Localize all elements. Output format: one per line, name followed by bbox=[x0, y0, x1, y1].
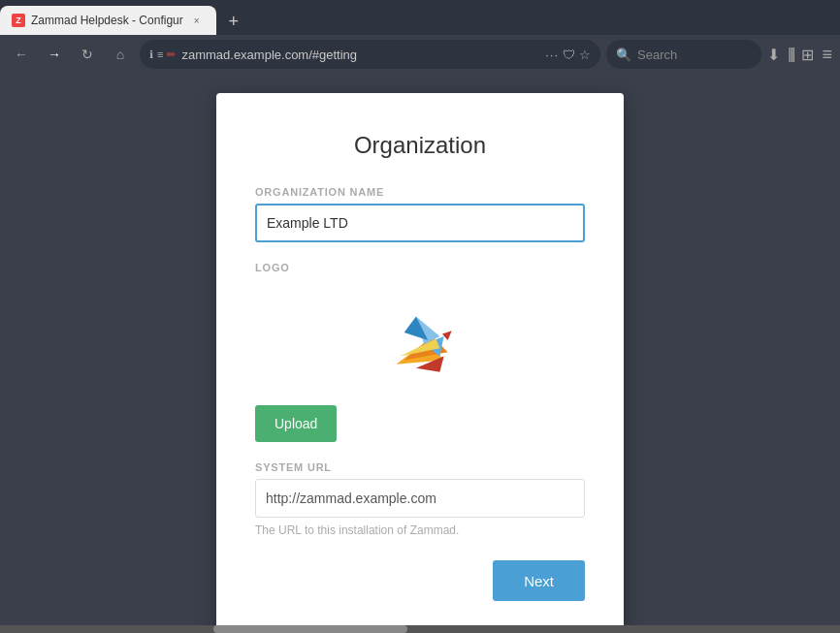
tab-favicon: Z bbox=[12, 14, 25, 27]
modal-title: Organization bbox=[255, 132, 585, 159]
org-name-label: ORGANIZATION NAME bbox=[255, 186, 585, 198]
edit-icon: ✏ bbox=[167, 48, 176, 61]
search-placeholder: Search bbox=[637, 47, 677, 62]
next-button[interactable]: Next bbox=[493, 560, 585, 601]
home-button[interactable]: ⌂ bbox=[107, 41, 134, 68]
download-icon[interactable]: ⬇ bbox=[767, 46, 780, 64]
logo-preview bbox=[255, 283, 585, 390]
browser-toolbar-icons: ⬇ ||| ⊞ ≡ bbox=[767, 45, 832, 65]
zammad-logo-image bbox=[372, 293, 468, 380]
org-name-field-group: ORGANIZATION NAME bbox=[255, 186, 585, 242]
page-content: Organization ORGANIZATION NAME LOGO bbox=[0, 74, 840, 633]
modal-footer: Next bbox=[255, 560, 585, 601]
reader-icon: ≡ bbox=[157, 48, 163, 60]
info-icon: ℹ bbox=[149, 48, 153, 61]
logo-section: LOGO bbox=[255, 262, 585, 442]
layout-icon[interactable]: ⊞ bbox=[801, 46, 814, 64]
browser-tab[interactable]: Z Zammad Helpdesk - Configur × bbox=[0, 6, 216, 35]
system-url-helper: The URL to this installation of Zammad. bbox=[255, 523, 585, 537]
menu-icon[interactable]: ≡ bbox=[822, 45, 832, 65]
tab-bar: Z Zammad Helpdesk - Configur × + bbox=[0, 0, 840, 35]
back-button[interactable]: ← bbox=[8, 41, 35, 68]
svg-marker-6 bbox=[442, 331, 452, 340]
system-url-label: SYSTEM URL bbox=[255, 461, 585, 473]
new-tab-button[interactable]: + bbox=[220, 8, 247, 35]
tab-close-button[interactable]: × bbox=[189, 13, 205, 28]
forward-button[interactable]: → bbox=[41, 41, 68, 68]
browser-chrome: Z Zammad Helpdesk - Configur × + ← → ↻ ⌂… bbox=[0, 0, 840, 74]
browser-toolbar: ← → ↻ ⌂ ℹ ≡ ✏ zammad.example.com/#gettin… bbox=[0, 35, 840, 74]
tab-title: Zammad Helpdesk - Configur bbox=[31, 14, 183, 27]
search-icon: 🔍 bbox=[616, 47, 631, 62]
search-bar[interactable]: 🔍 Search bbox=[606, 40, 761, 69]
address-bar-security-icons: ℹ ≡ ✏ bbox=[149, 48, 176, 61]
horizontal-scrollbar[interactable] bbox=[0, 625, 840, 633]
logo-label: LOGO bbox=[255, 262, 585, 273]
address-bar-right-icons: ··· 🛡 ☆ bbox=[545, 47, 591, 62]
shield-icon: 🛡 bbox=[563, 47, 575, 62]
upload-button[interactable]: Upload bbox=[255, 405, 337, 442]
address-bar[interactable]: ℹ ≡ ✏ zammad.example.com/#getting ··· 🛡 … bbox=[140, 40, 600, 69]
system-url-input[interactable] bbox=[255, 479, 585, 518]
more-icon[interactable]: ··· bbox=[545, 47, 559, 62]
scrollbar-thumb[interactable] bbox=[213, 625, 407, 633]
organization-modal: Organization ORGANIZATION NAME LOGO bbox=[216, 93, 624, 633]
library-icon[interactable]: ||| bbox=[788, 46, 793, 63]
url-text: zammad.example.com/#getting bbox=[181, 47, 539, 62]
system-url-field-group: SYSTEM URL The URL to this installation … bbox=[255, 461, 585, 537]
refresh-button[interactable]: ↻ bbox=[74, 41, 101, 68]
bookmark-icon[interactable]: ☆ bbox=[579, 47, 591, 62]
org-name-input[interactable] bbox=[255, 204, 585, 242]
